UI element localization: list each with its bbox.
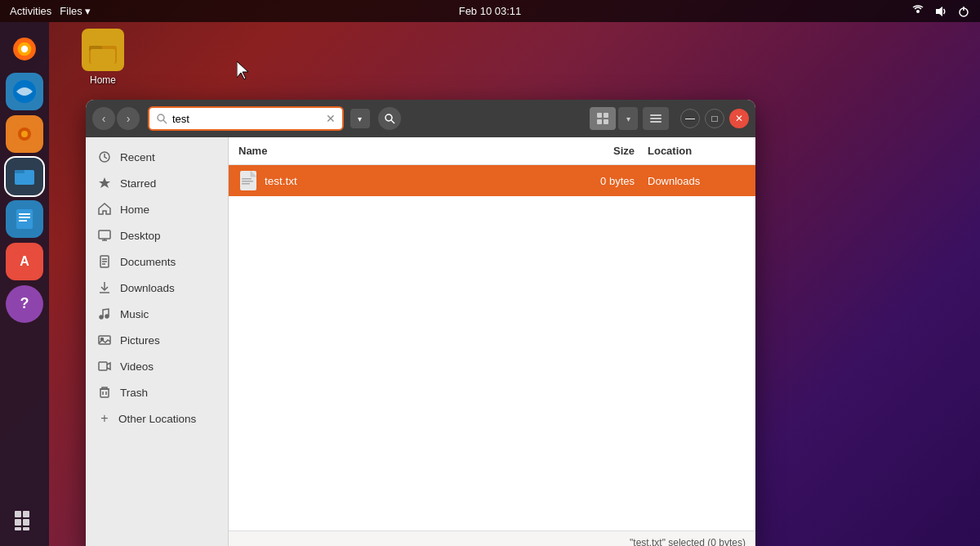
- dock-help[interactable]: ?: [6, 285, 43, 323]
- dock-rhythmbox[interactable]: [6, 115, 43, 153]
- file-manager-window: ‹ › test ✕ ▾: [86, 100, 755, 546]
- home-label: Home: [90, 74, 116, 86]
- pictures-label: Pictures: [120, 334, 160, 347]
- svg-rect-64: [242, 181, 253, 182]
- starred-label: Starred: [120, 177, 156, 190]
- downloads-icon: [97, 280, 112, 295]
- svg-rect-15: [19, 217, 30, 218]
- view-dropdown-button[interactable]: ▾: [618, 107, 638, 130]
- recent-label: Recent: [120, 151, 155, 163]
- sidebar-item-recent[interactable]: Recent: [86, 144, 228, 170]
- other-locations-label: Other Locations: [118, 413, 196, 425]
- videos-icon: [97, 359, 112, 374]
- svg-rect-59: [100, 389, 109, 397]
- svg-marker-30: [237, 61, 248, 79]
- documents-icon: [97, 254, 112, 269]
- svg-rect-58: [99, 362, 107, 370]
- svg-rect-25: [15, 527, 21, 530]
- mouse-cursor: [237, 61, 250, 84]
- svg-rect-63: [242, 178, 252, 180]
- window-titlebar: ‹ › test ✕ ▾: [86, 100, 755, 137]
- power-icon: [957, 5, 970, 18]
- svg-marker-1: [936, 7, 942, 16]
- nav-back-button[interactable]: ‹: [92, 107, 115, 130]
- sidebar-item-trash[interactable]: Trash: [86, 379, 228, 405]
- sidebar-item-downloads[interactable]: Downloads: [86, 275, 228, 301]
- activities-button[interactable]: Activities: [10, 5, 51, 17]
- search-clear-button[interactable]: ✕: [326, 112, 336, 125]
- table-row[interactable]: test.txt 0 bytes Downloads: [229, 165, 755, 196]
- nav-forward-button[interactable]: ›: [117, 107, 140, 130]
- sidebar: Recent Starred Home: [86, 137, 229, 546]
- svg-line-34: [391, 120, 394, 123]
- sidebar-item-documents[interactable]: Documents: [86, 248, 228, 275]
- list-icon: [649, 112, 662, 125]
- files-menu-button[interactable]: Files ▾: [60, 5, 91, 17]
- grid-view-button[interactable]: [590, 107, 616, 130]
- col-size-header: Size: [574, 145, 648, 157]
- trash-label: Trash: [120, 387, 148, 399]
- recent-icon: [97, 150, 112, 164]
- videos-label: Videos: [120, 360, 154, 373]
- svg-rect-12: [15, 170, 24, 173]
- search-icon: [156, 113, 167, 124]
- search-bar: test ✕: [148, 106, 344, 131]
- file-list: test.txt 0 bytes Downloads: [229, 165, 755, 530]
- sidebar-item-music[interactable]: Music: [86, 301, 228, 327]
- view-buttons: ▾: [590, 107, 669, 130]
- dock-libreoffice[interactable]: [6, 200, 43, 238]
- svg-rect-16: [19, 220, 27, 222]
- svg-rect-14: [19, 213, 30, 215]
- svg-point-31: [158, 114, 164, 121]
- maximize-button[interactable]: □: [705, 109, 724, 128]
- dock-files[interactable]: [6, 158, 43, 195]
- svg-rect-37: [597, 119, 602, 124]
- list-view-button[interactable]: [643, 107, 669, 130]
- home-folder-icon: [82, 29, 124, 71]
- column-headers: Name Size Location: [229, 137, 755, 165]
- dock-apps-grid[interactable]: [6, 502, 43, 539]
- sidebar-item-pictures[interactable]: Pictures: [86, 327, 228, 353]
- file-name-cell: test.txt: [265, 175, 574, 187]
- dock-firefox[interactable]: [6, 30, 43, 68]
- svg-point-10: [21, 131, 28, 137]
- svg-rect-39: [650, 114, 662, 116]
- svg-marker-43: [99, 177, 110, 188]
- svg-rect-35: [597, 113, 602, 118]
- svg-rect-38: [604, 119, 608, 124]
- search-go-button[interactable]: [378, 107, 401, 130]
- desktop: Home ‹ › test ✕ ▾: [49, 22, 980, 546]
- svg-marker-44: [99, 204, 110, 214]
- music-icon: [97, 307, 112, 321]
- svg-rect-45: [99, 230, 110, 239]
- desktop-home-icon[interactable]: Home: [82, 29, 124, 86]
- close-button[interactable]: ✕: [729, 109, 749, 128]
- svg-rect-24: [23, 519, 29, 526]
- search-input[interactable]: test: [172, 113, 321, 125]
- sidebar-item-other-locations[interactable]: + Other Locations: [86, 405, 228, 432]
- svg-rect-29: [91, 49, 115, 64]
- downloads-label: Downloads: [120, 282, 175, 294]
- topbar-datetime: Feb 10 03:11: [459, 5, 522, 17]
- svg-point-33: [385, 114, 392, 121]
- starred-icon: [97, 176, 112, 190]
- file-size-cell: 0 bytes: [574, 175, 648, 187]
- sidebar-item-desktop[interactable]: Desktop: [86, 222, 228, 248]
- pictures-icon: [97, 333, 112, 347]
- trash-icon: [97, 385, 112, 400]
- svg-rect-23: [15, 519, 21, 526]
- svg-point-55: [105, 315, 109, 318]
- search-dropdown-button[interactable]: ▾: [350, 109, 370, 128]
- dock-thunderbird[interactable]: [6, 73, 43, 110]
- desktop-label: Desktop: [120, 230, 161, 242]
- svg-text:?: ?: [20, 295, 29, 311]
- sidebar-item-home[interactable]: Home: [86, 196, 228, 222]
- sidebar-item-starred[interactable]: Starred: [86, 170, 228, 196]
- topbar-right: [911, 5, 970, 18]
- sidebar-item-videos[interactable]: Videos: [86, 353, 228, 379]
- dock-appstore[interactable]: A: [6, 243, 43, 280]
- minimize-button[interactable]: —: [680, 109, 700, 128]
- svg-point-6: [21, 46, 28, 52]
- nav-buttons: ‹ ›: [92, 107, 140, 130]
- svg-rect-22: [23, 511, 29, 517]
